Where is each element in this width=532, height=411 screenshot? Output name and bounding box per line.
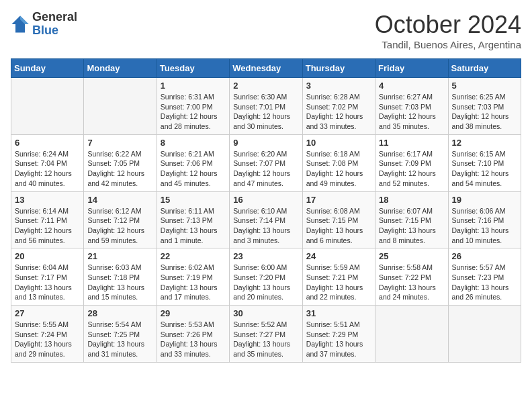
day-info: Sunrise: 6:04 AMSunset: 7:17 PMDaylight:… [15,263,80,302]
calendar-week-3: 13Sunrise: 6:14 AMSunset: 7:11 PMDayligh… [11,191,521,248]
calendar-cell [84,78,157,135]
day-number: 2 [233,81,298,91]
calendar-cell: 11Sunrise: 6:17 AMSunset: 7:09 PMDayligh… [375,134,448,191]
location-subtitle: Tandil, Buenos Aires, Argentina [375,39,521,50]
day-number: 20 [15,251,80,261]
day-number: 31 [306,308,371,318]
calendar-body: 1Sunrise: 6:31 AMSunset: 7:00 PMDaylight… [11,78,521,363]
calendar-week-5: 27Sunrise: 5:55 AMSunset: 7:24 PMDayligh… [11,306,521,363]
day-info: Sunrise: 6:30 AMSunset: 7:01 PMDaylight:… [233,92,298,132]
calendar-cell: 30Sunrise: 5:52 AMSunset: 7:27 PMDayligh… [230,306,302,363]
day-number: 23 [233,251,298,261]
day-info: Sunrise: 6:10 AMSunset: 7:14 PMDaylight:… [233,206,298,246]
calendar-cell: 25Sunrise: 5:58 AMSunset: 7:22 PMDayligh… [375,248,448,306]
day-number: 26 [452,251,517,261]
day-number: 21 [87,251,152,261]
day-number: 14 [87,195,152,205]
calendar-header-row: SundayMondayTuesdayWednesdayThursdayFrid… [11,59,521,78]
day-number: 11 [379,138,444,148]
day-info: Sunrise: 6:21 AMSunset: 7:06 PMDaylight:… [161,149,226,189]
calendar-cell: 13Sunrise: 6:14 AMSunset: 7:11 PMDayligh… [11,191,84,248]
day-info: Sunrise: 6:18 AMSunset: 7:08 PMDaylight:… [306,149,371,189]
day-number: 29 [161,308,226,318]
calendar-cell: 2Sunrise: 6:30 AMSunset: 7:01 PMDaylight… [230,78,302,135]
logo-blue: Blue [32,24,77,38]
calendar-cell [375,306,448,363]
calendar-cell: 29Sunrise: 5:53 AMSunset: 7:26 PMDayligh… [157,306,229,363]
calendar-header-tuesday: Tuesday [157,59,229,78]
day-info: Sunrise: 6:17 AMSunset: 7:09 PMDaylight:… [379,149,444,189]
calendar-header-saturday: Saturday [448,59,521,78]
day-number: 7 [87,138,152,148]
calendar-header-wednesday: Wednesday [230,59,302,78]
day-info: Sunrise: 5:52 AMSunset: 7:27 PMDaylight:… [233,320,298,359]
day-number: 4 [379,81,444,91]
day-info: Sunrise: 6:27 AMSunset: 7:03 PMDaylight:… [379,92,444,132]
day-info: Sunrise: 5:59 AMSunset: 7:21 PMDaylight:… [306,263,371,302]
calendar-cell: 1Sunrise: 6:31 AMSunset: 7:00 PMDaylight… [157,78,229,135]
calendar-cell: 21Sunrise: 6:03 AMSunset: 7:18 PMDayligh… [84,248,157,306]
day-number: 18 [379,195,444,205]
day-info: Sunrise: 6:08 AMSunset: 7:15 PMDaylight:… [306,206,371,246]
day-number: 27 [15,308,80,318]
month-title: October 2024 [375,11,521,39]
day-number: 12 [452,138,517,148]
day-info: Sunrise: 5:53 AMSunset: 7:26 PMDaylight:… [161,320,226,359]
day-info: Sunrise: 5:55 AMSunset: 7:24 PMDaylight:… [15,320,80,359]
logo-general: General [32,11,77,24]
logo-text: General Blue [32,11,77,38]
day-number: 17 [306,195,371,205]
calendar-cell [11,78,84,135]
calendar-cell: 9Sunrise: 6:20 AMSunset: 7:07 PMDaylight… [230,134,302,191]
day-info: Sunrise: 6:15 AMSunset: 7:10 PMDaylight:… [452,149,517,189]
calendar-cell [448,306,521,363]
calendar-cell: 6Sunrise: 6:24 AMSunset: 7:04 PMDaylight… [11,134,84,191]
calendar-table: SundayMondayTuesdayWednesdayThursdayFrid… [11,58,521,363]
calendar-cell: 12Sunrise: 6:15 AMSunset: 7:10 PMDayligh… [448,134,521,191]
day-number: 22 [161,251,226,261]
day-info: Sunrise: 6:12 AMSunset: 7:12 PMDaylight:… [87,206,152,246]
calendar-cell: 10Sunrise: 6:18 AMSunset: 7:08 PMDayligh… [302,134,375,191]
title-section: October 2024 Tandil, Buenos Aires, Argen… [375,11,521,50]
logo-icon [11,15,30,34]
day-info: Sunrise: 6:14 AMSunset: 7:11 PMDaylight:… [15,206,80,246]
calendar-week-4: 20Sunrise: 6:04 AMSunset: 7:17 PMDayligh… [11,248,521,306]
day-info: Sunrise: 6:28 AMSunset: 7:02 PMDaylight:… [306,92,371,132]
calendar-cell: 5Sunrise: 6:25 AMSunset: 7:03 PMDaylight… [448,78,521,135]
day-number: 10 [306,138,371,148]
day-info: Sunrise: 6:06 AMSunset: 7:16 PMDaylight:… [452,206,517,246]
calendar-cell: 27Sunrise: 5:55 AMSunset: 7:24 PMDayligh… [11,306,84,363]
day-number: 25 [379,251,444,261]
day-number: 6 [15,138,80,148]
day-number: 15 [161,195,226,205]
day-number: 30 [233,308,298,318]
calendar-cell: 22Sunrise: 6:02 AMSunset: 7:19 PMDayligh… [157,248,229,306]
calendar-cell: 19Sunrise: 6:06 AMSunset: 7:16 PMDayligh… [448,191,521,248]
day-number: 16 [233,195,298,205]
page-header: General Blue October 2024 Tandil, Buenos… [11,11,521,50]
calendar-cell: 17Sunrise: 6:08 AMSunset: 7:15 PMDayligh… [302,191,375,248]
calendar-cell: 16Sunrise: 6:10 AMSunset: 7:14 PMDayligh… [230,191,302,248]
calendar-cell: 18Sunrise: 6:07 AMSunset: 7:15 PMDayligh… [375,191,448,248]
calendar-cell: 31Sunrise: 5:51 AMSunset: 7:29 PMDayligh… [302,306,375,363]
calendar-header-friday: Friday [375,59,448,78]
day-number: 28 [87,308,152,318]
day-number: 24 [306,251,371,261]
calendar-week-1: 1Sunrise: 6:31 AMSunset: 7:00 PMDaylight… [11,78,521,135]
day-number: 1 [161,81,226,91]
day-info: Sunrise: 6:00 AMSunset: 7:20 PMDaylight:… [233,263,298,302]
day-number: 13 [15,195,80,205]
day-number: 9 [233,138,298,148]
calendar-cell: 14Sunrise: 6:12 AMSunset: 7:12 PMDayligh… [84,191,157,248]
day-number: 3 [306,81,371,91]
day-info: Sunrise: 6:24 AMSunset: 7:04 PMDaylight:… [15,149,80,189]
day-info: Sunrise: 5:57 AMSunset: 7:23 PMDaylight:… [452,263,517,302]
day-number: 8 [161,138,226,148]
calendar-cell: 8Sunrise: 6:21 AMSunset: 7:06 PMDaylight… [157,134,229,191]
day-info: Sunrise: 6:20 AMSunset: 7:07 PMDaylight:… [233,149,298,189]
day-info: Sunrise: 5:58 AMSunset: 7:22 PMDaylight:… [379,263,444,302]
day-info: Sunrise: 6:03 AMSunset: 7:18 PMDaylight:… [87,263,152,302]
calendar-cell: 20Sunrise: 6:04 AMSunset: 7:17 PMDayligh… [11,248,84,306]
calendar-cell: 3Sunrise: 6:28 AMSunset: 7:02 PMDaylight… [302,78,375,135]
calendar-cell: 26Sunrise: 5:57 AMSunset: 7:23 PMDayligh… [448,248,521,306]
